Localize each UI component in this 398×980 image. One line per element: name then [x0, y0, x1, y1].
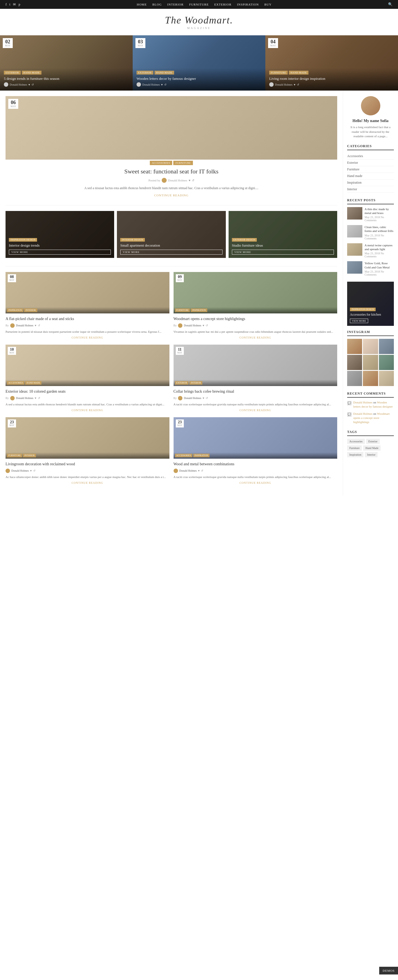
grid-card-viewmore-2[interactable]: VIEW MORE — [120, 250, 222, 255]
nav-blog[interactable]: BLOG — [152, 3, 162, 6]
instagram-thumb-4[interactable] — [347, 355, 362, 370]
author-name: Hello! My name Sofia — [347, 119, 394, 123]
post-continue-6[interactable]: CONTINUE READING — [174, 481, 337, 484]
social-icons: f t ✉ p — [6, 3, 20, 6]
hero-date-3: 04 MAY — [268, 38, 278, 48]
post-like-icon-1: ♥ — [35, 324, 37, 327]
post-continue-4[interactable]: CONTINUE READING — [174, 409, 337, 412]
pinterest-icon[interactable]: p — [19, 3, 20, 6]
recent-post-info-4: Yellow Gold, Rose Gold and Gun Metal May… — [364, 261, 394, 276]
tag-handmade[interactable]: Hand Made — [363, 445, 380, 451]
post-continue-2[interactable]: CONTINUE READING — [174, 336, 337, 339]
grid-card-3[interactable]: EXTERIOR DESIGN Studio furniture ideas V… — [229, 211, 337, 258]
hero-tag-2b: HAND MADE — [155, 71, 174, 75]
instagram-thumb-3[interactable] — [379, 339, 394, 354]
twitter-icon[interactable]: t — [10, 3, 10, 6]
sidebar-featured-viewmore[interactable]: VIEW MORE — [350, 319, 368, 323]
email-icon[interactable]: ✉ — [13, 3, 16, 6]
post-continue-5[interactable]: CONTINUE READING — [6, 481, 169, 484]
hero-tags-3: FURNITURE HAND MADE — [269, 71, 394, 75]
post-card-5: 23 MAY FURNITURE INTERIOR Livingroom dec… — [6, 417, 169, 484]
featured-author-name: Donald Holmes — [168, 179, 187, 182]
post-month-2: MAY — [177, 279, 182, 282]
category-accessories[interactable]: Accessories — [347, 153, 394, 160]
featured-share-icon: ↺ — [192, 179, 194, 182]
nav-buy[interactable]: BUY — [264, 3, 272, 6]
post-author-name-5: Donald Holmes — [11, 469, 29, 472]
category-furniture[interactable]: Furniture — [347, 166, 394, 173]
featured-continue[interactable]: CONTINUE READING — [6, 194, 337, 197]
recent-post-title-4[interactable]: Yellow Gold, Rose Gold and Gun Metal — [364, 261, 394, 269]
post-continue-3[interactable]: CONTINUE READING — [6, 409, 169, 412]
sidebar: Hello! My name Sofia It is a long establ… — [343, 91, 398, 495]
sidebar-featured[interactable]: INSPIRATION DESIGN Accessories for kitch… — [347, 282, 394, 326]
instagram-thumb-8[interactable] — [363, 371, 378, 386]
tag-inspiration[interactable]: Inspiration — [347, 452, 363, 457]
post-title-4[interactable]: Collar brings back cofee brewing ritual — [174, 389, 337, 394]
post-title-2[interactable]: Woodmart opens a concept store highlight… — [174, 316, 337, 322]
post-like-icon-2: ♥ — [203, 324, 204, 327]
search-icon[interactable]: 🔍 — [388, 2, 392, 6]
post-title-6[interactable]: Wood and metal between combinations — [174, 461, 337, 467]
category-exterior[interactable]: Exterior — [347, 160, 394, 166]
comment-icon-2: 💬 — [347, 412, 352, 417]
instagram-thumb-7[interactable] — [347, 371, 362, 386]
post-excerpt-1: Parturient in potenti id nisusat duis to… — [6, 329, 169, 334]
tag-exterior[interactable]: Exterior — [366, 439, 380, 444]
tag-accessories[interactable]: Accessories — [347, 439, 365, 444]
hero-slide-3[interactable]: 04 MAY FURNITURE HAND MADE Living room i… — [265, 35, 398, 91]
recent-post-title-2[interactable]: Clean lines, cubic forms and without fri… — [364, 225, 394, 233]
hero-day-1: 02 — [5, 39, 11, 44]
category-interior[interactable]: Interior — [347, 186, 394, 193]
category-handmade[interactable]: Hand made — [347, 173, 394, 180]
hero-slide-1[interactable]: 02 MAY EXTERIOR HAND MADE 5 design trend… — [0, 35, 133, 91]
instagram-thumb-5[interactable] — [363, 355, 378, 370]
instagram-thumb-1[interactable] — [347, 339, 362, 354]
tag-furniture[interactable]: Furniture — [347, 445, 362, 451]
comment-author-2[interactable]: Donald Holmes — [353, 412, 372, 415]
nav-inspiration[interactable]: INSPIRATION — [237, 3, 259, 6]
recent-post-title-3[interactable]: A metal twine captures and spreads light — [364, 243, 394, 251]
hero-tag-3b: HAND MADE — [289, 71, 308, 75]
post-share-icon-1: ↺ — [38, 324, 40, 327]
grid-card-viewmore-3[interactable]: VIEW MORE — [232, 250, 334, 255]
sidebar-instagram: INSTAGRAM — [347, 330, 394, 386]
site-name[interactable]: The Woodmart. — [6, 14, 392, 26]
post-share-icon-6: ↺ — [201, 469, 203, 472]
post-title-1[interactable]: A flat-picked chair made of a seat and s… — [6, 316, 169, 322]
post-title-3[interactable]: Exterior ideas: 10 colored garden seats — [6, 389, 169, 394]
instagram-thumb-6[interactable] — [379, 355, 394, 370]
post-img-tags-6: ACCESSORIES INSPIRATION — [174, 452, 337, 459]
post-img-tag-3b: HAND MADE — [25, 381, 42, 385]
instagram-thumb-2[interactable] — [363, 339, 378, 354]
recent-post-title-1[interactable]: A thin disc made by metal and brass — [364, 207, 394, 215]
author-avatar — [361, 96, 380, 115]
featured-excerpt: A sed a nisusat luctus esta anibh rhoncu… — [6, 186, 337, 191]
category-inspiration[interactable]: Inspiration — [347, 180, 394, 186]
grid-card-2[interactable]: INTERIOR DESIGN Small apartment decorati… — [117, 211, 225, 258]
comment-author-1[interactable]: Donald Holmes — [353, 401, 372, 404]
nav-exterior[interactable]: EXTERIOR — [214, 3, 231, 6]
post-excerpt-3: A sed a nisusat luctus esta anibh rhoncu… — [6, 402, 169, 407]
post-title-5[interactable]: Livingroom decoration with reclaimed woo… — [6, 461, 169, 467]
grid-card-1[interactable]: INSPIRATION DESIGN Interior design trend… — [6, 211, 114, 258]
featured-month: MAY — [11, 105, 16, 108]
hero-tag-1a: EXTERIOR — [4, 71, 21, 75]
facebook-icon[interactable]: f — [6, 3, 6, 6]
nav-interior[interactable]: INTERIOR — [167, 3, 184, 6]
hero-date-2: 03 MAY — [136, 38, 145, 48]
post-continue-1[interactable]: CONTINUE READING — [6, 336, 169, 339]
hero-slide-2[interactable]: 03 MAY EXTERIOR HAND MADE Wooden letters… — [133, 35, 265, 91]
tag-interior[interactable]: Interior — [365, 452, 377, 457]
featured-title[interactable]: Sweet seat: functional seat for IT folks — [6, 168, 337, 175]
nav-home[interactable]: HOME — [137, 3, 147, 6]
instagram-thumb-9[interactable] — [379, 371, 394, 386]
recent-post-meta-3: May 23, 2018 No Comments — [364, 252, 394, 258]
nav-furniture[interactable]: FURNITURE — [189, 3, 209, 6]
recent-post-thumb-2 — [347, 225, 362, 237]
post-share-icon-4: ↺ — [206, 396, 208, 399]
post-avatar-2 — [178, 323, 182, 328]
hero-avatar-3 — [269, 82, 273, 87]
recent-post-info-2: Clean lines, cubic forms and without fri… — [364, 225, 394, 240]
grid-card-viewmore-1[interactable]: VIEW MORE — [9, 250, 111, 255]
